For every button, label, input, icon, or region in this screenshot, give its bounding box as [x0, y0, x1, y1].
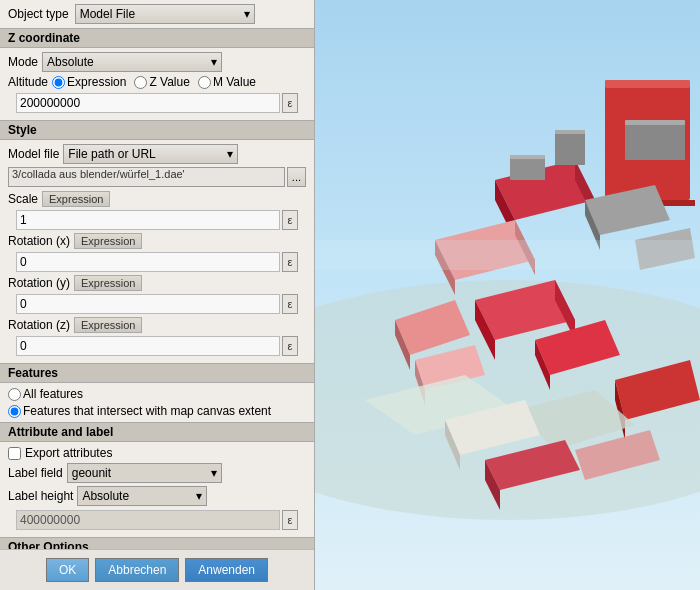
left-panel: Object type Model File ▾ Z coordinate Mo… — [0, 0, 315, 590]
mode-dropdown[interactable]: Absolute ▾ — [42, 52, 222, 72]
rotation-z-label: Rotation (z) — [8, 318, 70, 332]
rotation-z-expression-badge: Expression — [74, 317, 142, 333]
features-radio-intersect[interactable]: Features that intersect with map canvas … — [8, 404, 306, 418]
model-file-arrow: ▾ — [227, 147, 233, 161]
svg-rect-34 — [555, 130, 585, 134]
section-style: Style — [0, 120, 314, 140]
altitude-radio-exp-label: Expression — [67, 75, 126, 89]
rotation-x-label: Rotation (x) — [8, 234, 70, 248]
svg-rect-32 — [510, 155, 545, 159]
svg-rect-12 — [625, 120, 685, 125]
svg-rect-33 — [555, 130, 585, 165]
rotation-x-value-input[interactable] — [16, 252, 280, 272]
altitude-radio-exp-input[interactable] — [52, 76, 65, 89]
label-height-value-input[interactable] — [16, 510, 280, 530]
rotation-y-value-input[interactable] — [16, 294, 280, 314]
section-z-coordinate: Z coordinate — [0, 28, 314, 48]
label-height-mode: Absolute — [82, 489, 129, 503]
rotation-y-expression-badge: Expression — [74, 275, 142, 291]
features-radio-intersect-input[interactable] — [8, 405, 21, 418]
altitude-radio-m-input[interactable] — [198, 76, 211, 89]
panel-content: Object type Model File ▾ Z coordinate Mo… — [0, 0, 314, 549]
altitude-radio-zvalue[interactable]: Z Value — [134, 75, 189, 89]
rotation-x-epsilon-btn[interactable]: ε — [282, 252, 298, 272]
section-attribute: Attribute and label — [0, 422, 314, 442]
section-features: Features — [0, 363, 314, 383]
rotation-y-epsilon-btn[interactable]: ε — [282, 294, 298, 314]
label-field-dropdown[interactable]: geounit ▾ — [67, 463, 222, 483]
rotation-y-value-row: ε — [8, 293, 306, 317]
apply-button[interactable]: Anwenden — [185, 558, 268, 582]
mode-label: Mode — [8, 55, 38, 69]
features-radio-all-input[interactable] — [8, 388, 21, 401]
scale-expression-badge: Expression — [42, 191, 110, 207]
model-file-dropdown[interactable]: File path or URL ▾ — [63, 144, 238, 164]
altitude-radio-expression[interactable]: Expression — [52, 75, 126, 89]
model-file-value: File path or URL — [68, 147, 155, 161]
scale-epsilon-btn[interactable]: ε — [282, 210, 298, 230]
svg-rect-3 — [605, 80, 690, 88]
altitude-value-row: ε — [8, 92, 306, 116]
label-height-dropdown[interactable]: Absolute ▾ — [77, 486, 207, 506]
altitude-epsilon-btn[interactable]: ε — [282, 93, 298, 113]
style-form: Model file File path or URL ▾ 3/collada … — [0, 140, 314, 363]
rotation-x-expression-badge: Expression — [74, 233, 142, 249]
rotation-y-label: Rotation (y) — [8, 276, 70, 290]
rotation-z-value-input[interactable] — [16, 336, 280, 356]
model-file-row: Model file File path or URL ▾ — [8, 144, 306, 164]
export-attributes-label: Export attributes — [25, 446, 112, 460]
label-field-label: Label field — [8, 466, 63, 480]
object-type-value: Model File — [80, 7, 135, 21]
label-height-epsilon-btn[interactable]: ε — [282, 510, 298, 530]
svg-rect-38 — [315, 240, 700, 270]
dropdown-arrow-icon: ▾ — [244, 7, 250, 21]
scale-value-row: ε — [8, 209, 306, 233]
features-intersect-label: Features that intersect with map canvas … — [23, 404, 271, 418]
altitude-value-input[interactable] — [16, 93, 280, 113]
object-type-label: Object type — [8, 7, 69, 21]
export-attributes-input[interactable] — [8, 447, 21, 460]
export-attributes-checkbox[interactable]: Export attributes — [8, 446, 306, 460]
mode-row: Mode Absolute ▾ — [8, 52, 306, 72]
label-field-arrow: ▾ — [211, 466, 217, 480]
features-form: All features Features that intersect wit… — [0, 383, 314, 422]
rotation-x-row: Rotation (x) Expression — [8, 233, 306, 249]
label-field-row: Label field geounit ▾ — [8, 463, 306, 483]
altitude-radio-z-label: Z Value — [149, 75, 189, 89]
object-type-row: Object type Model File ▾ — [0, 0, 314, 28]
scale-row: Scale Expression — [8, 191, 306, 207]
section-other: Other Options — [0, 537, 314, 549]
rotation-z-epsilon-btn[interactable]: ε — [282, 336, 298, 356]
attribute-form: Export attributes Label field geounit ▾ … — [0, 442, 314, 537]
right-panel — [315, 0, 700, 590]
label-height-label: Label height — [8, 489, 73, 503]
buttons-area: OK Abbrechen Anwenden — [0, 549, 314, 590]
altitude-radio-m-label: M Value — [213, 75, 256, 89]
rotation-x-value-row: ε — [8, 251, 306, 275]
file-path-row: 3/collada aus blender/würfel_1.dae' ... — [8, 167, 306, 187]
model-file-label: Model file — [8, 147, 59, 161]
svg-rect-11 — [625, 120, 685, 160]
file-path-display: 3/collada aus blender/würfel_1.dae' — [8, 167, 285, 187]
altitude-radio-group: Expression Z Value M Value — [52, 75, 256, 89]
scale-value-input[interactable] — [16, 210, 280, 230]
altitude-radio-z-input[interactable] — [134, 76, 147, 89]
rotation-z-row: Rotation (z) Expression — [8, 317, 306, 333]
rotation-z-value-row: ε — [8, 335, 306, 359]
label-field-value: geounit — [72, 466, 111, 480]
scene-svg — [315, 0, 700, 590]
ok-button[interactable]: OK — [46, 558, 89, 582]
features-radio-all[interactable]: All features — [8, 387, 306, 401]
mode-value: Absolute — [47, 55, 94, 69]
label-height-row: Label height Absolute ▾ — [8, 486, 306, 506]
rotation-y-row: Rotation (y) Expression — [8, 275, 306, 291]
altitude-label: Altitude — [8, 75, 48, 89]
mode-dropdown-arrow: ▾ — [211, 55, 217, 69]
altitude-radio-mvalue[interactable]: M Value — [198, 75, 256, 89]
cancel-button[interactable]: Abbrechen — [95, 558, 179, 582]
object-type-dropdown[interactable]: Model File ▾ — [75, 4, 255, 24]
label-height-value-row: ε — [8, 509, 306, 533]
altitude-row: Altitude Expression Z Value M Value — [8, 75, 306, 89]
z-coordinate-form: Mode Absolute ▾ Altitude Expression Z Va… — [0, 48, 314, 120]
file-browse-button[interactable]: ... — [287, 167, 306, 187]
